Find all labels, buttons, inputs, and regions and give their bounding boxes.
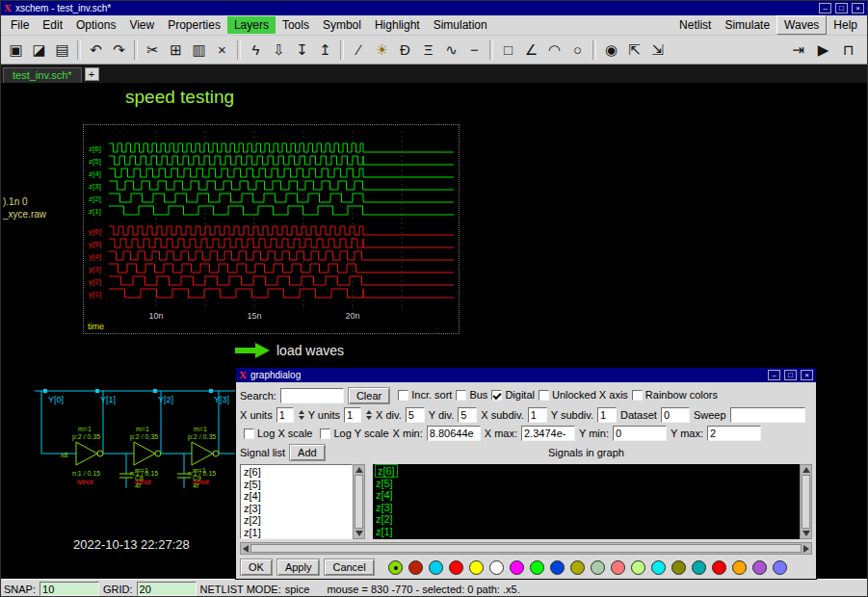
signal-list-scrollbar[interactable] — [353, 464, 365, 539]
zoom-full-icon[interactable]: ⇲ — [646, 39, 669, 61]
add-button[interactable]: Add — [289, 444, 326, 461]
cancel-button[interactable]: Cancel — [324, 558, 374, 576]
color-swatch-3[interactable] — [449, 560, 463, 575]
component-icon[interactable]: Ð — [394, 39, 416, 61]
graph-signal-item[interactable]: z[2] — [376, 513, 797, 526]
field-input-x-units[interactable] — [276, 407, 294, 423]
scroll-up-icon[interactable] — [355, 467, 363, 473]
save-as-icon[interactable]: ◪ — [28, 39, 50, 61]
maximize-button[interactable]: □ — [835, 3, 848, 13]
graph-signal-item[interactable]: z[1] — [376, 526, 797, 538]
color-swatch-0[interactable] — [388, 560, 403, 575]
color-swatch-10[interactable] — [591, 560, 605, 575]
option-unlocked-x-axis[interactable]: Unlocked X axis — [539, 389, 628, 401]
graph-signal-item[interactable]: z[6] — [376, 465, 797, 478]
field-input-y-max[interactable] — [707, 426, 761, 441]
paste-icon[interactable]: ▥ — [188, 39, 210, 61]
option-digital[interactable]: Digital — [491, 389, 535, 401]
dialog-maximize-button[interactable]: □ — [784, 370, 797, 380]
save-icon[interactable]: ▣ — [5, 39, 27, 61]
field-input-x-div[interactable] — [406, 407, 425, 423]
tab-test-inv[interactable]: test_inv.sch* — [3, 67, 82, 83]
bus-icon[interactable]: Ξ — [417, 39, 439, 61]
ok-button[interactable]: OK — [240, 558, 273, 576]
inverter-symbol[interactable] — [76, 442, 97, 465]
light-toggle-icon[interactable]: ☀ — [371, 39, 393, 61]
color-swatch-6[interactable] — [510, 560, 524, 575]
checkbox-log-x-scale[interactable] — [244, 428, 254, 439]
signal-list-item[interactable]: z[3] — [244, 503, 349, 515]
menu-highlight[interactable]: Highlight — [368, 16, 427, 34]
break-symbol-icon[interactable]: ϟ — [245, 39, 267, 61]
zoom-icon[interactable]: ◉ — [600, 39, 622, 61]
graph-signal-item[interactable]: z[3] — [376, 502, 797, 514]
field-input-y-div[interactable] — [458, 407, 477, 423]
option-log-x-scale[interactable]: Log X scale — [244, 428, 312, 439]
checkbox-log-y-scale[interactable] — [320, 428, 330, 439]
open-icon[interactable]: ▤ — [51, 39, 73, 61]
dialog-close-button[interactable]: × — [801, 370, 813, 380]
scroll-down-icon[interactable] — [802, 531, 810, 536]
signal-list-item[interactable]: z[6] — [244, 466, 349, 479]
checkbox-bus[interactable] — [456, 390, 466, 401]
checkbox-incr-sort[interactable] — [398, 390, 408, 401]
cut-icon[interactable]: ✂ — [142, 39, 164, 61]
net-label[interactable]: Y[1] — [100, 395, 116, 404]
menu-simulate[interactable]: Simulate — [718, 16, 776, 34]
color-swatch-13[interactable] — [651, 560, 666, 575]
field-input-x-max[interactable] — [521, 426, 575, 441]
option-log-y-scale[interactable]: Log Y scale — [320, 428, 388, 439]
color-swatch-5[interactable] — [489, 560, 504, 575]
scrollbar-thumb[interactable] — [355, 475, 363, 529]
scroll-up-icon[interactable] — [802, 467, 810, 473]
checkbox-rainbow-colors[interactable] — [632, 390, 643, 401]
simulate-icon[interactable]: ▶ — [812, 39, 834, 61]
menu-waves[interactable]: Waves — [776, 15, 827, 35]
option-rainbow-colors[interactable]: Rainbow colors — [632, 389, 718, 401]
new-tab-button[interactable]: + — [85, 67, 99, 81]
descend-schematic-icon[interactable]: ⇩ — [268, 39, 290, 61]
horizontal-scrollbar[interactable] — [240, 542, 812, 555]
color-swatch-8[interactable] — [550, 560, 565, 575]
scroll-right-icon[interactable] — [803, 545, 809, 553]
spinner-x-units[interactable] — [299, 410, 304, 420]
search-input[interactable] — [280, 388, 344, 403]
color-swatch-19[interactable] — [773, 560, 787, 575]
signals-in-graph-list[interactable]: z[6]z[5]z[4]z[3]z[2]z[1] — [373, 464, 800, 539]
menu-view[interactable]: View — [122, 16, 161, 34]
spinner-y-units[interactable] — [366, 410, 372, 420]
close-button[interactable]: × — [852, 3, 864, 13]
arc-tool-icon[interactable]: ◠ — [543, 39, 566, 61]
graph-signal-item[interactable]: z[4] — [376, 489, 797, 502]
color-swatch-1[interactable] — [408, 560, 423, 575]
color-swatch-2[interactable] — [429, 560, 443, 575]
signal-list-item[interactable]: z[4] — [244, 490, 349, 503]
waves-icon[interactable]: ⊓ — [837, 39, 859, 61]
scrollbar-thumb[interactable] — [250, 544, 802, 553]
menu-layers[interactable]: Layers — [227, 16, 276, 34]
signal-list-item[interactable]: z[1] — [244, 527, 349, 539]
inverter-symbol[interactable] — [134, 442, 155, 465]
signal-list[interactable]: z[6]z[5]z[4]z[3]z[2]z[1] — [240, 464, 353, 539]
color-swatch-17[interactable] — [732, 560, 747, 575]
menu-file[interactable]: File — [4, 16, 36, 34]
titlebar[interactable]: X xschem - test_inv.sch* – □ × — [1, 1, 867, 15]
net-label[interactable]: Y[0] — [48, 395, 64, 404]
field-input-y-units[interactable] — [344, 407, 361, 423]
waveform-graph[interactable]: z[6]z[5]z[4]z[3]z[2]z[1]y[6]y[5]y[4]y[3]… — [83, 124, 460, 334]
color-swatch-16[interactable] — [712, 560, 726, 575]
color-swatch-14[interactable] — [671, 560, 686, 575]
menu-netlist[interactable]: Netlist — [672, 16, 718, 34]
menu-symbol[interactable]: Symbol — [316, 16, 368, 34]
color-swatch-15[interactable] — [692, 560, 706, 575]
dialog-titlebar[interactable]: X graphdialog – □ × — [236, 368, 816, 382]
menu-options[interactable]: Options — [69, 16, 122, 34]
line-tool-icon[interactable]: ∕ — [348, 39, 370, 61]
polygon-tool-icon[interactable]: ∠ — [520, 39, 542, 61]
zoom-box-icon[interactable]: ⇱ — [623, 39, 645, 61]
minimize-button[interactable]: – — [819, 3, 831, 13]
menu-simulation[interactable]: Simulation — [427, 16, 494, 34]
color-swatch-7[interactable] — [530, 560, 544, 575]
scroll-down-icon[interactable] — [355, 531, 363, 536]
delete-icon[interactable]: × — [211, 39, 233, 61]
